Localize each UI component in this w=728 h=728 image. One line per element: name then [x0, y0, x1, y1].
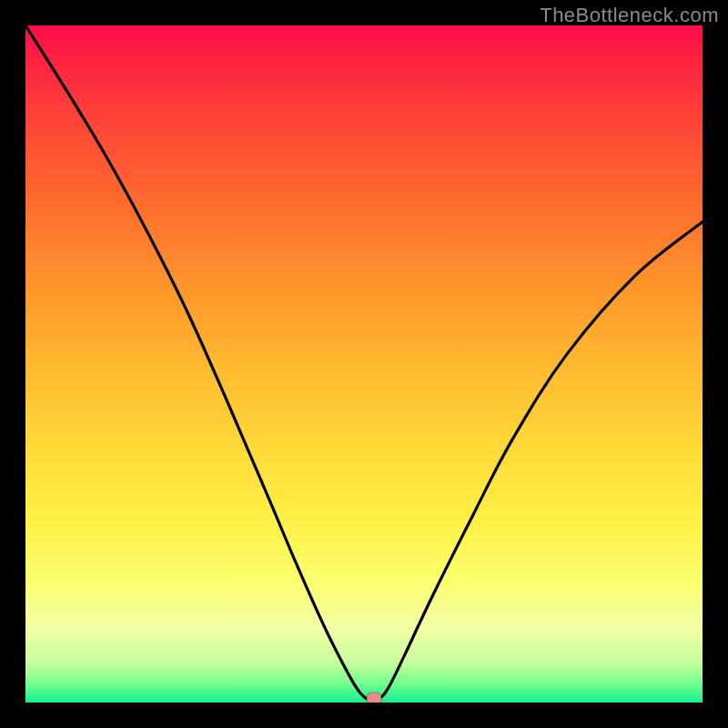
plot-area [25, 25, 703, 703]
watermark-text: TheBottleneck.com [540, 4, 719, 27]
optimal-point-marker [367, 693, 381, 703]
bottleneck-curve [25, 25, 703, 701]
chart-frame: TheBottleneck.com [0, 0, 728, 728]
curve-svg [25, 25, 703, 703]
